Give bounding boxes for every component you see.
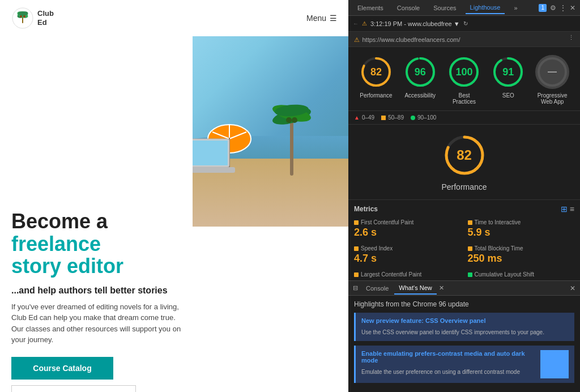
url-full-text: https://www.clubedfreelancers.com/ [362, 36, 460, 43]
metric-fcp-dot [354, 220, 359, 225]
more-icon[interactable]: ⋮ [560, 4, 566, 12]
refresh-icon[interactable]: ↻ [463, 20, 468, 27]
logo-area: Club Ed [11, 7, 54, 29]
metric-si: Speed Index 4.7 s [354, 245, 461, 265]
score-pwa: — ProgressiveWeb App [535, 55, 569, 105]
logo-icon [11, 7, 34, 29]
pwa-circle: — [535, 55, 569, 89]
contrast-mode-link[interactable]: Enable emulating prefers-contrast media … [361, 350, 536, 364]
contrast-mode-preview [540, 350, 569, 378]
menu-button[interactable]: Menu ☰ [306, 14, 337, 23]
legend-good: 90–100 [411, 114, 436, 121]
devtools-panel: Elements Console Sources Lighthouse » 1 … [348, 0, 580, 392]
legend-fail-icon: ▲ [354, 114, 360, 121]
legend-average-label: 50–89 [388, 114, 404, 121]
metric-cls-dot [468, 272, 472, 277]
metrics-title: Metrics [354, 205, 378, 213]
url-time-text: 3:12:19 PM - www.clubedfree ▼ [370, 20, 460, 27]
performance-detail-score: 82 [457, 147, 472, 163]
metric-tti-name: Time to Interactive [468, 219, 575, 225]
tab-console-bottom[interactable]: Console [361, 283, 393, 294]
tab-sources[interactable]: Sources [429, 2, 460, 14]
badge-icon: 1 [539, 4, 547, 12]
security-icon: ⚠ [354, 36, 360, 43]
more-options-icon[interactable]: ⋮ [568, 34, 574, 41]
subscribe-newsletter-button[interactable]: Subscribe to Newsletter* [11, 385, 136, 392]
website-header: Club Ed Menu ☰ [0, 0, 348, 36]
subtitle: ...and help authors tell better stories [11, 286, 181, 296]
seo-score: 91 [502, 66, 514, 78]
performance-score: 82 [370, 66, 382, 78]
contrast-mode-content: Enable emulating prefers-contrast media … [361, 350, 536, 376]
metrics-view-icons: ⊞ ≡ [561, 204, 574, 214]
website-panel: Club Ed Menu ☰ [0, 0, 348, 392]
palm-tree-illustration [269, 85, 314, 176]
performance-circle: 82 [359, 55, 393, 89]
hamburger-icon: ☰ [330, 14, 337, 23]
course-catalog-button[interactable]: Course Catalog [11, 357, 113, 380]
pwa-label: ProgressiveWeb App [538, 92, 568, 105]
tab-whats-new[interactable]: What's New [394, 282, 436, 295]
svg-rect-7 [290, 119, 293, 176]
accessibility-score: 96 [415, 66, 426, 78]
bottom-panel-icon: ⊟ [353, 284, 358, 292]
best-practices-circle: 100 [447, 55, 481, 89]
bottom-content: Highlights from the Chrome 96 update New… [348, 296, 580, 392]
metric-cls: Cumulative Layout Shift 0 [468, 271, 575, 280]
svg-point-4 [18, 11, 27, 16]
metric-tti: Time to Interactive 5.9 s [468, 219, 575, 238]
tab-elements[interactable]: Elements [353, 2, 388, 14]
score-performance: 82 Performance [359, 55, 393, 99]
bottom-tabs: ⊟ Console What's New ✕ ✕ [348, 281, 580, 296]
headline: Become a freelance story editor [11, 210, 181, 278]
metric-fcp-value: 2.6 s [354, 227, 461, 238]
tab-more[interactable]: » [509, 2, 522, 14]
chrome-update-title: Highlights from the Chrome 96 update [354, 300, 574, 308]
contrast-mode-desc: Emulate the user preference on using a d… [361, 369, 520, 375]
metric-tti-dot [468, 220, 472, 225]
metric-fcp-name: First Contentful Paint [354, 219, 461, 225]
tab-console[interactable]: Console [393, 2, 424, 14]
css-overview-desc: Use the CSS overview panel to identify C… [361, 329, 544, 335]
metric-tbt-name: Total Blocking Time [468, 245, 575, 252]
best-practices-label: BestPractices [453, 92, 476, 105]
legend-fail: ▲ 0–49 [354, 114, 374, 121]
legend-fail-label: 0–49 [362, 114, 374, 121]
devtools-urlbar: ← ⚠ 3:12:19 PM - www.clubedfree ▼ ↻ [348, 16, 580, 32]
list-view-icon[interactable]: ≡ [570, 204, 574, 214]
metric-tti-value: 5.9 s [468, 227, 575, 238]
devtools-icon-bar: 1 ⚙ ⋮ ✕ [539, 4, 575, 12]
legend-average-icon [381, 116, 386, 120]
grid-view-icon[interactable]: ⊞ [561, 204, 568, 214]
highlight-css-overview: New preview feature: CSS Overview panel … [354, 313, 574, 341]
css-overview-link[interactable]: New preview feature: CSS Overview panel [361, 317, 569, 324]
metrics-section: Metrics ⊞ ≡ First Contentful Paint 2.6 s… [348, 200, 580, 280]
performance-detail-label: Performance [441, 182, 487, 191]
bottom-panel: ⊟ Console What's New ✕ ✕ Highlights from… [348, 280, 580, 392]
performance-big-circle: 82 [442, 133, 487, 178]
best-practices-score: 100 [455, 66, 472, 78]
bottom-panel-close[interactable]: ✕ [570, 284, 575, 292]
nav-back[interactable]: ← [353, 20, 359, 27]
seo-label: SEO [502, 92, 514, 99]
pwa-score: — [548, 67, 557, 77]
score-legend: ▲ 0–49 50–89 90–100 [348, 111, 580, 125]
metric-lcp: Largest Contentful Paint 2.6 s [354, 271, 461, 280]
metric-tbt: Total Blocking Time 250 ms [468, 245, 575, 265]
metrics-grid: First Contentful Paint 2.6 s Time to Int… [354, 219, 574, 280]
svg-point-12 [292, 117, 297, 123]
close-icon[interactable]: ✕ [570, 4, 575, 12]
settings-icon[interactable]: ⚙ [550, 4, 556, 12]
metric-lcp-dot [354, 272, 359, 277]
tab-close-icon[interactable]: ✕ [439, 284, 444, 292]
metric-tbt-dot [468, 246, 472, 251]
metric-si-name: Speed Index [354, 245, 461, 252]
lighthouse-scores: 82 Performance 96 Accessibility [348, 47, 580, 111]
url-warning-icon: ⚠ [362, 20, 367, 27]
performance-detail-section: 82 Performance [348, 125, 580, 200]
score-accessibility: 96 Accessibility [403, 55, 437, 99]
accessibility-circle: 96 [403, 55, 437, 89]
score-seo: 91 SEO [491, 55, 525, 99]
tab-lighthouse[interactable]: Lighthouse [466, 2, 505, 14]
seo-circle: 91 [491, 55, 525, 89]
